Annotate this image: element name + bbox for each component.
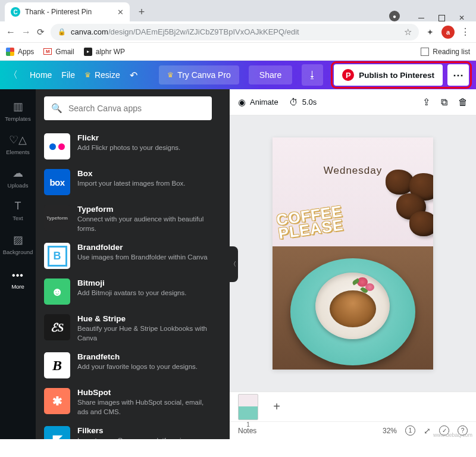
bookmark-star-icon[interactable]: ☆ — [404, 27, 412, 37]
forward-icon[interactable]: → — [21, 27, 31, 37]
hue-stripe-icon: ℰS — [44, 314, 70, 340]
alphr-bookmark[interactable]: ▸alphr WP — [84, 48, 125, 56]
maximize-icon[interactable] — [438, 14, 445, 21]
try-canva-pro-button[interactable]: ♛Try Canva Pro — [159, 65, 239, 84]
add-page-button[interactable]: + — [267, 396, 287, 418]
chocolates-image[interactable] — [350, 170, 433, 241]
zoom-level[interactable]: 32% — [383, 427, 397, 435]
animate-button[interactable]: ◉Animate — [238, 97, 278, 108]
flickr-icon — [44, 133, 70, 159]
rail-templates[interactable]: ▥Templates — [0, 94, 36, 127]
duration-button[interactable]: ⏱5.0s — [289, 97, 317, 107]
brandfetch-icon: B — [44, 352, 70, 378]
download-button[interactable]: ⭳ — [302, 64, 323, 86]
search-icon: 🔍 — [51, 103, 62, 114]
gmail-bookmark[interactable]: Gmail — [43, 48, 74, 56]
coffee-cup-image[interactable] — [290, 258, 415, 365]
typeform-icon: Typeform — [44, 205, 70, 231]
browser-menu-icon[interactable]: ⋮ — [461, 26, 470, 37]
url-field[interactable]: 🔒 canva.com/design/DAEmEj5Bj2w/iZJiCbZ9T… — [51, 24, 419, 40]
rail-background[interactable]: ▨Background — [0, 227, 36, 261]
back-icon[interactable]: ← — [6, 27, 15, 37]
brandfolder-icon: B — [44, 243, 70, 269]
more-icon: ••• — [12, 270, 24, 281]
search-input[interactable] — [68, 104, 205, 113]
headline-text[interactable]: COFFEE PLEASE — [275, 204, 345, 241]
file-menu[interactable]: File — [61, 70, 75, 80]
app-flickr[interactable]: FlickrAdd Flickr photos to your designs. — [44, 129, 212, 164]
app-brandfetch[interactable]: B BrandfetchAdd your favorite logos to y… — [44, 348, 212, 383]
apps-bookmark[interactable]: Apps — [6, 48, 34, 56]
pinterest-icon: P — [342, 69, 354, 81]
rail-uploads[interactable]: ☁Uploads — [0, 161, 36, 194]
app-brandfolder[interactable]: B BrandfolderUse images from Brandfolder… — [44, 238, 212, 274]
design-page[interactable]: Wednesday COFFEE PLEASE — [273, 137, 433, 370]
animate-icon: ◉ — [238, 97, 246, 108]
new-tab-button[interactable]: + — [133, 4, 150, 20]
browser-tab[interactable]: C Thank - Pinterest Pin ✕ — [5, 2, 130, 21]
collapse-panel-button[interactable]: 〈 — [228, 246, 238, 282]
app-bitmoji[interactable]: ☻ BitmojiAdd Bitmoji avatars to your des… — [44, 274, 212, 309]
design-bottom-section — [273, 246, 433, 370]
reload-icon[interactable]: ⟳ — [37, 27, 45, 37]
search-apps-field[interactable]: 🔍 — [44, 96, 212, 120]
crown-icon: ♛ — [167, 71, 174, 79]
apps-panel: 🔍 FlickrAdd Flickr photos to your design… — [36, 89, 220, 439]
watermark: www.debaq.com — [433, 432, 472, 438]
notes-button[interactable]: Notes — [238, 427, 256, 435]
resize-button[interactable]: ♛Resize — [84, 70, 120, 80]
close-window-icon[interactable] — [458, 14, 465, 21]
extensions-icon[interactable]: ✦ — [425, 27, 436, 37]
more-options-button[interactable]: ⋯ — [447, 64, 469, 86]
close-tab-icon[interactable]: ✕ — [117, 8, 124, 17]
panel-collapse-area: 〈 — [220, 89, 230, 439]
publish-to-pinterest-button[interactable]: P Publish to Pinterest — [334, 64, 443, 86]
hubspot-icon: ✱ — [44, 388, 70, 414]
duplicate-page-icon[interactable]: ⧉ — [441, 97, 447, 108]
download-icon: ⭳ — [308, 70, 317, 80]
text-icon: T — [15, 200, 21, 212]
back-button-icon[interactable]: 〈 — [6, 69, 20, 82]
filkers-icon: ◤ — [44, 426, 70, 439]
share-page-icon[interactable]: ⇪ — [422, 96, 430, 108]
page-thumbnail-1[interactable]: 1 — [238, 394, 258, 420]
app-hubspot[interactable]: ✱ HubSpotShare images with HubSpot socia… — [44, 383, 212, 421]
delete-page-icon[interactable]: 🗑 — [458, 97, 468, 108]
bookmark-bar: Apps Gmail ▸alphr WP Reading list — [0, 43, 476, 61]
background-icon: ▨ — [13, 233, 23, 246]
app-hue-stripe[interactable]: ℰS Hue & StripeBeautify your Hue & Strip… — [44, 309, 212, 348]
address-bar: ← → ⟳ 🔒 canva.com/design/DAEmEj5Bj2w/iZJ… — [0, 21, 476, 43]
timer-icon: ⏱ — [289, 97, 298, 107]
reading-list-icon — [421, 48, 429, 56]
rail-more[interactable]: •••More — [0, 263, 36, 296]
media-indicator-icon[interactable]: ● — [389, 11, 400, 21]
minimize-icon[interactable] — [418, 14, 425, 21]
gmail-icon — [43, 48, 52, 55]
app-typeform[interactable]: Typeform TypeformConnect with your audie… — [44, 200, 212, 238]
design-top-section: Wednesday COFFEE PLEASE — [273, 137, 433, 246]
lock-icon: 🔒 — [58, 28, 66, 36]
grid-view-icon[interactable]: 1 — [405, 425, 415, 436]
canva-favicon: C — [11, 7, 20, 17]
apps-icon — [6, 48, 14, 56]
app-box[interactable]: box BoxImport your latest images from Bo… — [44, 164, 212, 200]
bitmoji-icon: ☻ — [44, 278, 70, 305]
undo-icon[interactable]: ↶ — [130, 70, 137, 81]
url-path: /design/DAEmEj5Bj2w/iZJiCbZ9TBpIVxOAJkKE… — [108, 27, 299, 36]
uploads-icon: ☁ — [12, 167, 23, 180]
rail-text[interactable]: TText — [0, 194, 36, 227]
elements-icon: ♡△ — [9, 133, 27, 146]
canvas-controls: ◉Animate ⏱5.0s ⇪ ⧉ 🗑 — [230, 89, 476, 115]
browser-tab-strip: C Thank - Pinterest Pin ✕ + ● — [0, 0, 476, 21]
app-filkers[interactable]: ◤ FilkersImport your eCommerce platform … — [44, 421, 212, 439]
share-button[interactable]: Share — [249, 65, 292, 84]
profile-avatar[interactable]: a — [441, 26, 455, 39]
page-thumbnails: 1 + — [230, 392, 476, 421]
canvas-viewport[interactable]: Wednesday COFFEE PLEASE — [230, 115, 476, 392]
reading-list-button[interactable]: Reading list — [421, 48, 470, 56]
url-host: canva.com — [71, 27, 108, 36]
rail-elements[interactable]: ♡△Elements — [0, 127, 36, 161]
home-button[interactable]: Home — [30, 70, 52, 80]
canva-toolbar: 〈 Home File ♛Resize ↶ ♛Try Canva Pro Sha… — [0, 61, 476, 89]
fullscreen-icon[interactable]: ⤢ — [424, 426, 431, 436]
